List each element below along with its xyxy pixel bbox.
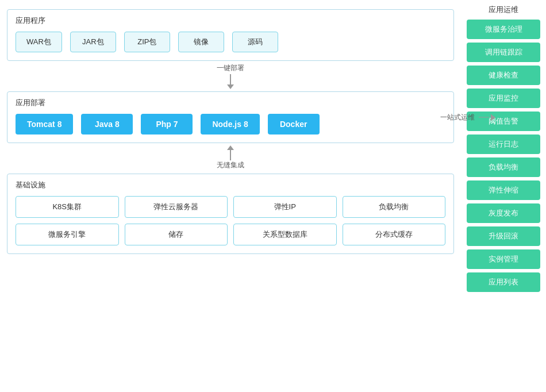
infra-item: 分布式缓存 [343,224,446,245]
app-item: 源码 [232,32,278,52]
one-stop-arrow: 一站式运维 [440,113,495,122]
infra-item: 微服务引擎 [16,224,119,245]
deploy-item: Php 7 [141,114,193,134]
connector2-line [230,150,231,160]
sidebar-button[interactable]: 运行日志 [467,134,540,154]
app-item: ZIP包 [124,32,170,52]
infrastructure-section: 基础设施 K8S集群弹性云服务器弹性IP负载均衡微服务引擎储存关系型数据库分布式… [7,174,454,254]
sidebar-button[interactable]: 应用监控 [467,89,540,108]
infra-item: 储存 [125,224,228,245]
deploy-section-wrapper: 应用部署 Tomcat 8Java 8Php 7Node.js 8Docker … [7,91,454,143]
sidebar-buttons: 微服务治理调用链跟踪健康检查应用监控阈值告警运行日志负载均衡弹性伸缩灰度发布升级… [467,20,540,295]
sidebar-button[interactable]: 灰度发布 [467,203,540,223]
main-content: 应用程序 WAR包JAR包ZIP包镜像源码 一键部署 应用部署 Tomcat 8… [0,0,461,392]
sidebar-button[interactable]: 应用列表 [467,272,540,292]
sidebar-button[interactable]: 负载均衡 [467,157,540,177]
infrastructure-title: 基础设施 [16,180,445,190]
app-items-row: WAR包JAR包ZIP包镜像源码 [16,32,445,52]
infra-grid: K8S集群弹性云服务器弹性IP负载均衡微服务引擎储存关系型数据库分布式缓存 [16,196,445,245]
deploy-item: Tomcat 8 [16,114,73,134]
connector1-label: 一键部署 [217,63,244,73]
infra-item: 关系型数据库 [233,224,337,245]
app-deploy-section: 应用部署 Tomcat 8Java 8Php 7Node.js 8Docker [7,91,454,143]
app-programs-section: 应用程序 WAR包JAR包ZIP包镜像源码 [7,9,454,61]
connector1-line [230,74,231,84]
deploy-item: Docker [268,114,320,134]
connector1-wrapper: 一键部署 [7,61,454,91]
sidebar-button[interactable]: 弹性伸缩 [467,180,540,200]
sidebar-title: 应用运维 [467,5,540,15]
connector1-arrow [227,84,234,89]
infra-item: 弹性IP [233,196,337,218]
connector2-arrow [227,145,234,150]
one-stop-label: 一站式运维 [440,113,475,122]
deploy-item: Java 8 [81,114,133,134]
app-item: WAR包 [16,32,62,52]
sidebar-button[interactable]: 实例管理 [467,249,540,269]
app-item: JAR包 [70,32,116,52]
app-deploy-title: 应用部署 [16,98,445,108]
sidebar-button[interactable]: 健康检查 [467,66,540,85]
one-stop-arrow-line [479,117,489,118]
app-item: 镜像 [178,32,224,52]
connector2-label: 无缝集成 [217,160,244,170]
sidebar-button[interactable]: 升级回滚 [467,226,540,246]
deploy-items-row: Tomcat 8Java 8Php 7Node.js 8Docker [16,114,445,134]
infra-item: 弹性云服务器 [125,196,228,218]
one-stop-arrow-head [491,114,495,121]
right-sidebar: 应用运维 微服务治理调用链跟踪健康检查应用监控阈值告警运行日志负载均衡弹性伸缩灰… [461,0,546,392]
sidebar-button[interactable]: 微服务治理 [467,20,540,39]
connector2-wrapper: 无缝集成 [7,143,454,174]
sidebar-button[interactable]: 调用链跟踪 [467,43,540,62]
infra-item: K8S集群 [16,196,119,218]
infra-item: 负载均衡 [343,196,446,218]
app-programs-title: 应用程序 [16,16,445,26]
deploy-item: Node.js 8 [201,114,259,134]
